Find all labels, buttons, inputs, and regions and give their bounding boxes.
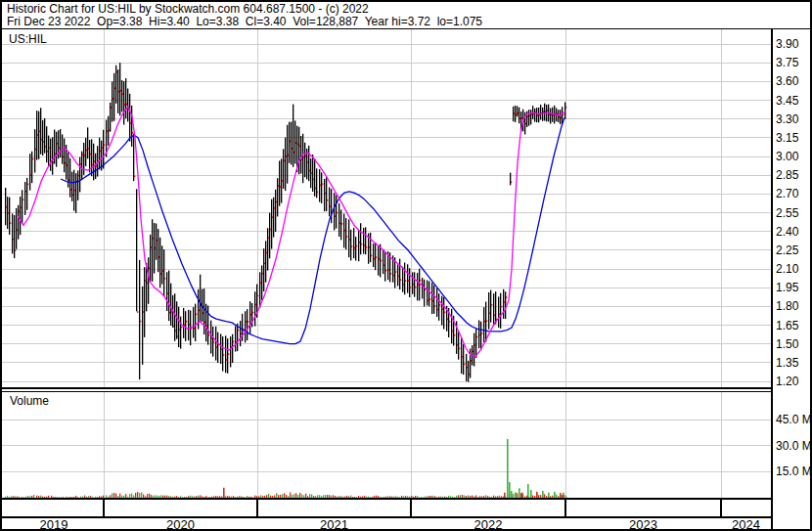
price-axis-tick: 1.80 [776, 299, 798, 313]
price-axis-tick: 3.30 [776, 112, 798, 126]
price-axis-tick: 2.40 [776, 225, 798, 239]
year-label: 2021 [320, 517, 348, 531]
chart-canvas [0, 0, 812, 531]
stockwatch-historic-chart: { "header": { "line1": "Historic Chart f… [0, 0, 812, 531]
price-axis-tick: 2.25 [776, 243, 798, 257]
year-label: 2019 [40, 517, 68, 531]
volume-axis-tick: 15.0 M [776, 465, 812, 478]
year-label: 2024 [732, 517, 760, 531]
price-axis-tick: 3.75 [776, 56, 798, 69]
year-label: 2020 [166, 517, 195, 531]
price-axis-tick: 3.60 [776, 74, 798, 88]
price-axis-tick: 2.55 [776, 206, 798, 220]
price-axis-tick: 3.15 [776, 131, 798, 145]
volume-axis-tick: 30.0 M [776, 439, 812, 453]
price-axis-tick: 1.50 [776, 337, 798, 351]
year-label: 2023 [629, 517, 657, 531]
header-quote-line: Fri Dec 23 2022 Op=3.38 Hi=3.40 Lo=3.38 … [7, 16, 482, 28]
volume-axis-tick: 45.0 M [776, 413, 812, 426]
price-axis-tick: 3.45 [776, 94, 798, 108]
price-axis-tick: 3.90 [776, 37, 798, 51]
price-axis-tick: 1.35 [776, 356, 798, 370]
price-axis-tick: 1.65 [776, 319, 798, 332]
price-axis-tick: 1.20 [776, 375, 798, 388]
price-axis-tick: 3.00 [776, 150, 798, 163]
price-axis-tick: 1.95 [776, 281, 798, 294]
symbol-label: US:HIL [9, 32, 47, 46]
price-axis-tick: 2.85 [776, 168, 798, 182]
price-axis-tick: 2.10 [776, 262, 798, 276]
price-axis-tick: 2.70 [776, 187, 798, 200]
volume-panel-label: Volume [10, 394, 49, 408]
year-label: 2022 [474, 517, 503, 531]
